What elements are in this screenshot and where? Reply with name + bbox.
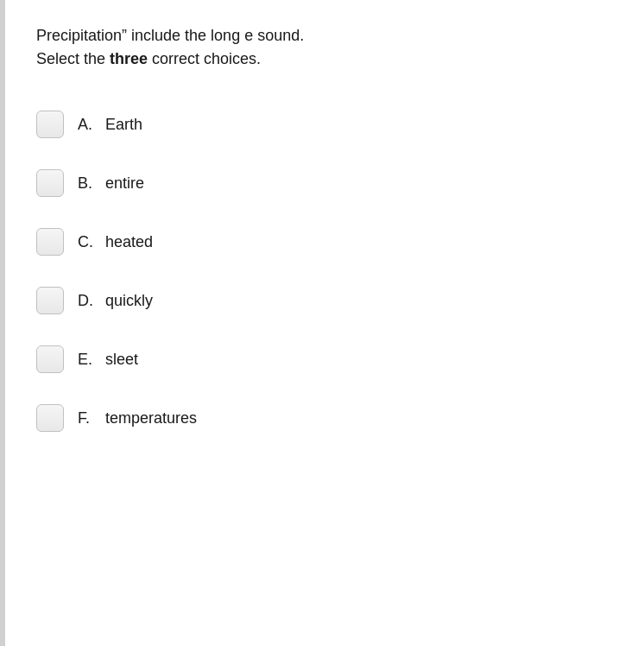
main-content: Precipitation” include the long e sound.… [5, 0, 644, 646]
checkbox-f[interactable] [36, 404, 64, 432]
choice-label-f: F.temperatures [78, 409, 197, 428]
choice-letter-a: A. [78, 116, 95, 134]
instructions-text: Precipitation” include the long e sound.… [36, 24, 613, 71]
choice-item-d[interactable]: D.quickly [36, 271, 613, 330]
choices-list: A.EarthB.entireC.heatedD.quicklyE.sleetF… [36, 95, 613, 447]
choice-letter-d: D. [78, 292, 95, 310]
choice-text-f: temperatures [105, 409, 197, 428]
instruction-rest-text: correct choices. [148, 50, 261, 67]
instruction-select-text: Select the [36, 50, 110, 67]
checkbox-e[interactable] [36, 345, 64, 373]
choice-text-a: Earth [105, 116, 142, 134]
choice-item-a[interactable]: A.Earth [36, 95, 613, 154]
checkbox-b[interactable] [36, 169, 64, 197]
choice-item-c[interactable]: C.heated [36, 212, 613, 271]
choice-text-e: sleet [105, 351, 138, 369]
choice-text-d: quickly [105, 292, 153, 310]
choice-label-b: B.entire [78, 174, 144, 193]
checkbox-c[interactable] [36, 228, 64, 256]
instruction-line2: Select the three correct choices. [36, 48, 613, 71]
choice-item-f[interactable]: F.temperatures [36, 389, 613, 447]
choice-letter-f: F. [78, 409, 95, 428]
choice-item-e[interactable]: E.sleet [36, 330, 613, 389]
choice-label-e: E.sleet [78, 351, 138, 369]
choice-item-b[interactable]: B.entire [36, 154, 613, 212]
choice-letter-e: E. [78, 351, 95, 369]
choice-label-d: D.quickly [78, 292, 153, 310]
choice-text-c: heated [105, 233, 153, 251]
checkbox-d[interactable] [36, 287, 64, 314]
choice-letter-c: C. [78, 233, 95, 251]
instruction-line1: Precipitation” include the long e sound. [36, 24, 613, 48]
instruction-emphasis: three [110, 50, 148, 67]
choice-label-c: C.heated [78, 233, 153, 251]
choice-text-b: entire [105, 174, 144, 193]
choice-label-a: A.Earth [78, 116, 142, 134]
choice-letter-b: B. [78, 174, 95, 193]
checkbox-a[interactable] [36, 111, 64, 138]
